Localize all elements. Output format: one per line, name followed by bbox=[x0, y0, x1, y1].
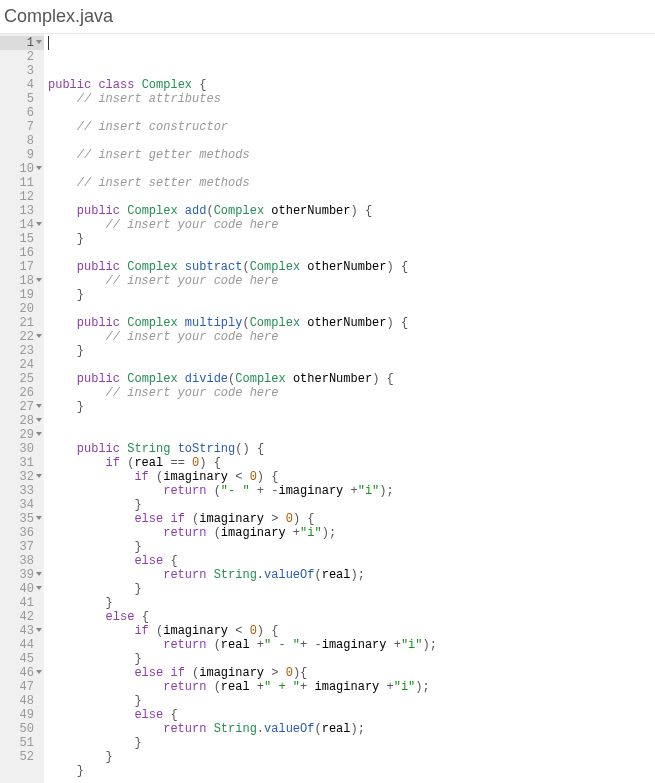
code-line[interactable] bbox=[48, 778, 655, 783]
code-line[interactable]: } bbox=[48, 596, 655, 610]
code-line[interactable] bbox=[48, 162, 655, 176]
line-number[interactable]: 33 bbox=[0, 484, 44, 498]
line-number[interactable]: 10 bbox=[0, 162, 44, 176]
line-number[interactable]: 1 bbox=[0, 36, 44, 50]
line-number[interactable]: 35 bbox=[0, 512, 44, 526]
line-number[interactable]: 32 bbox=[0, 470, 44, 484]
code-line[interactable] bbox=[48, 106, 655, 120]
line-number[interactable]: 38 bbox=[0, 554, 44, 568]
line-number[interactable]: 46 bbox=[0, 666, 44, 680]
code-line[interactable]: return (real +" - "+ -imaginary +"i"); bbox=[48, 638, 655, 652]
line-number[interactable]: 9 bbox=[0, 148, 44, 162]
code-line[interactable]: public class Complex { bbox=[48, 78, 655, 92]
code-line[interactable]: else { bbox=[48, 610, 655, 624]
code-line[interactable]: if (real == 0) { bbox=[48, 456, 655, 470]
line-number[interactable]: 51 bbox=[0, 736, 44, 750]
line-number[interactable]: 48 bbox=[0, 694, 44, 708]
code-line[interactable]: } bbox=[48, 400, 655, 414]
line-number[interactable]: 8 bbox=[0, 134, 44, 148]
code-line[interactable] bbox=[48, 246, 655, 260]
code-line[interactable]: return String.valueOf(real); bbox=[48, 722, 655, 736]
line-number[interactable]: 3 bbox=[0, 64, 44, 78]
line-number[interactable]: 47 bbox=[0, 680, 44, 694]
code-line[interactable] bbox=[48, 302, 655, 316]
code-line[interactable]: // insert constructor bbox=[48, 120, 655, 134]
line-number[interactable]: 13 bbox=[0, 204, 44, 218]
code-line[interactable]: if (imaginary < 0) { bbox=[48, 624, 655, 638]
line-number[interactable]: 34 bbox=[0, 498, 44, 512]
code-line[interactable] bbox=[48, 134, 655, 148]
line-number[interactable]: 39 bbox=[0, 568, 44, 582]
line-number[interactable]: 31 bbox=[0, 456, 44, 470]
code-line[interactable]: else { bbox=[48, 554, 655, 568]
code-line[interactable]: public Complex add(Complex otherNumber) … bbox=[48, 204, 655, 218]
line-number[interactable]: 50 bbox=[0, 722, 44, 736]
line-number[interactable]: 21 bbox=[0, 316, 44, 330]
line-number[interactable]: 42 bbox=[0, 610, 44, 624]
code-line[interactable]: public String toString() { bbox=[48, 442, 655, 456]
code-line[interactable]: } bbox=[48, 750, 655, 764]
line-number[interactable]: 12 bbox=[0, 190, 44, 204]
line-number[interactable]: 40 bbox=[0, 582, 44, 596]
line-number[interactable]: 45 bbox=[0, 652, 44, 666]
line-number[interactable]: 37 bbox=[0, 540, 44, 554]
code-line[interactable]: } bbox=[48, 652, 655, 666]
code-line[interactable]: // insert your code here bbox=[48, 386, 655, 400]
code-line[interactable]: } bbox=[48, 288, 655, 302]
line-number[interactable]: 26 bbox=[0, 386, 44, 400]
code-line[interactable]: // insert your code here bbox=[48, 330, 655, 344]
code-line[interactable]: return (real +" + "+ imaginary +"i"); bbox=[48, 680, 655, 694]
code-line[interactable]: } bbox=[48, 232, 655, 246]
code-line[interactable]: public Complex multiply(Complex otherNum… bbox=[48, 316, 655, 330]
code-line[interactable]: } bbox=[48, 694, 655, 708]
line-number[interactable]: 29 bbox=[0, 428, 44, 442]
code-line[interactable]: } bbox=[48, 582, 655, 596]
line-number[interactable]: 49 bbox=[0, 708, 44, 722]
line-number[interactable]: 17 bbox=[0, 260, 44, 274]
line-number[interactable]: 24 bbox=[0, 358, 44, 372]
code-line[interactable]: } bbox=[48, 540, 655, 554]
line-number[interactable]: 28 bbox=[0, 414, 44, 428]
code-line[interactable]: } bbox=[48, 736, 655, 750]
code-line[interactable] bbox=[48, 414, 655, 428]
line-number[interactable]: 7 bbox=[0, 120, 44, 134]
code-line[interactable]: return (imaginary +"i"); bbox=[48, 526, 655, 540]
line-number[interactable]: 19 bbox=[0, 288, 44, 302]
code-line[interactable]: else if (imaginary > 0){ bbox=[48, 666, 655, 680]
code-line[interactable]: } bbox=[48, 498, 655, 512]
line-number[interactable]: 16 bbox=[0, 246, 44, 260]
line-number[interactable]: 41 bbox=[0, 596, 44, 610]
code-line[interactable]: if (imaginary < 0) { bbox=[48, 470, 655, 484]
line-number[interactable]: 44 bbox=[0, 638, 44, 652]
line-number[interactable]: 27 bbox=[0, 400, 44, 414]
line-number[interactable]: 30 bbox=[0, 442, 44, 456]
code-line[interactable] bbox=[48, 428, 655, 442]
line-number[interactable]: 36 bbox=[0, 526, 44, 540]
code-line[interactable]: // insert setter methods bbox=[48, 176, 655, 190]
code-line[interactable]: // insert your code here bbox=[48, 218, 655, 232]
line-number[interactable]: 4 bbox=[0, 78, 44, 92]
code-line[interactable]: } bbox=[48, 344, 655, 358]
line-number[interactable]: 14 bbox=[0, 218, 44, 232]
line-number[interactable]: 15 bbox=[0, 232, 44, 246]
code-area[interactable]: public class Complex { // insert attribu… bbox=[44, 34, 655, 783]
line-number[interactable]: 52 bbox=[0, 750, 44, 764]
line-number[interactable]: 23 bbox=[0, 344, 44, 358]
code-editor[interactable]: 1234567891011121314151617181920212223242… bbox=[0, 33, 655, 783]
line-number[interactable]: 18 bbox=[0, 274, 44, 288]
line-number[interactable]: 25 bbox=[0, 372, 44, 386]
code-line[interactable] bbox=[48, 190, 655, 204]
code-line[interactable]: // insert attributes bbox=[48, 92, 655, 106]
line-number[interactable]: 2 bbox=[0, 50, 44, 64]
line-number[interactable]: 6 bbox=[0, 106, 44, 120]
line-number[interactable]: 11 bbox=[0, 176, 44, 190]
code-line[interactable]: public Complex subtract(Complex otherNum… bbox=[48, 260, 655, 274]
code-line[interactable]: return String.valueOf(real); bbox=[48, 568, 655, 582]
line-number[interactable]: 43 bbox=[0, 624, 44, 638]
code-line[interactable]: // insert getter methods bbox=[48, 148, 655, 162]
code-line[interactable]: public Complex divide(Complex otherNumbe… bbox=[48, 372, 655, 386]
code-line[interactable]: } bbox=[48, 764, 655, 778]
code-line[interactable]: return ("- " + -imaginary +"i"); bbox=[48, 484, 655, 498]
code-line[interactable]: else { bbox=[48, 708, 655, 722]
code-line[interactable]: // insert your code here bbox=[48, 274, 655, 288]
